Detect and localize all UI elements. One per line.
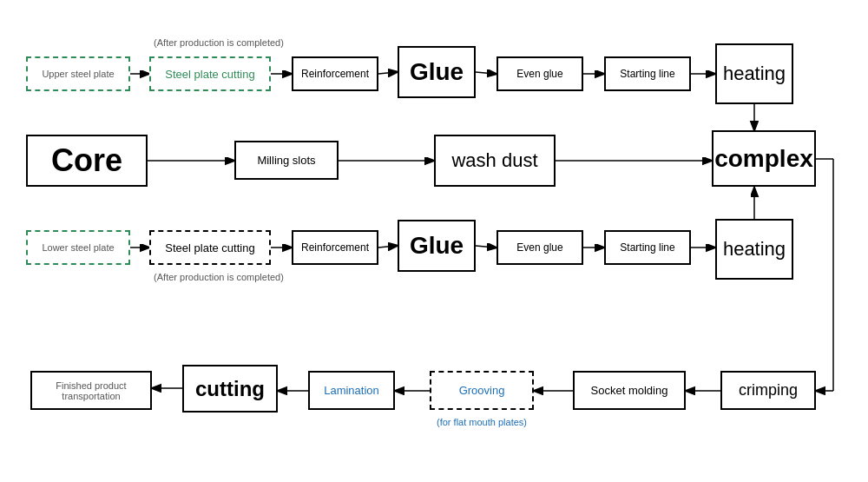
upper-steel-plate: Upper steel plate — [26, 56, 130, 91]
core: Core — [26, 135, 148, 187]
wash-dust: wash dust — [434, 135, 556, 187]
svg-line-4 — [476, 72, 495, 74]
after-production-top-label: (After production is completed) — [149, 37, 288, 48]
reinforcement-bot: Reinforcement — [292, 230, 378, 265]
even-glue-bot: Even glue — [496, 230, 583, 265]
starting-line-bot: Starting line — [604, 230, 691, 265]
lower-steel-plate: Lower steel plate — [26, 230, 130, 265]
reinforcement-top: Reinforcement — [292, 56, 378, 91]
svg-line-14 — [476, 246, 495, 248]
heating-bot: heating — [715, 219, 793, 280]
svg-line-13 — [378, 246, 396, 248]
socket-molding: Socket molding — [573, 371, 686, 410]
glue-bot: Glue — [398, 220, 476, 272]
grooving: Grooving — [430, 371, 534, 410]
glue-top: Glue — [398, 46, 476, 98]
svg-line-3 — [378, 72, 396, 74]
crimping: crimping — [720, 371, 816, 410]
complex: complex — [712, 130, 816, 187]
after-production-bot-label: (After production is completed) — [149, 272, 288, 282]
steel-plate-cutting-top: Steel plate cutting — [149, 56, 271, 91]
finished-product-transportation: Finished product transportation — [30, 371, 152, 410]
starting-line-top: Starting line — [604, 56, 691, 91]
steel-plate-cutting-bot: Steel plate cutting — [149, 230, 271, 265]
lamination: Lamination — [308, 371, 395, 410]
even-glue-top: Even glue — [496, 56, 583, 91]
milling-slots: Milling slots — [234, 141, 339, 180]
heating-top: heating — [715, 43, 793, 104]
cutting: cutting — [182, 365, 278, 413]
grooving-note: (for flat mouth plates) — [391, 417, 573, 427]
